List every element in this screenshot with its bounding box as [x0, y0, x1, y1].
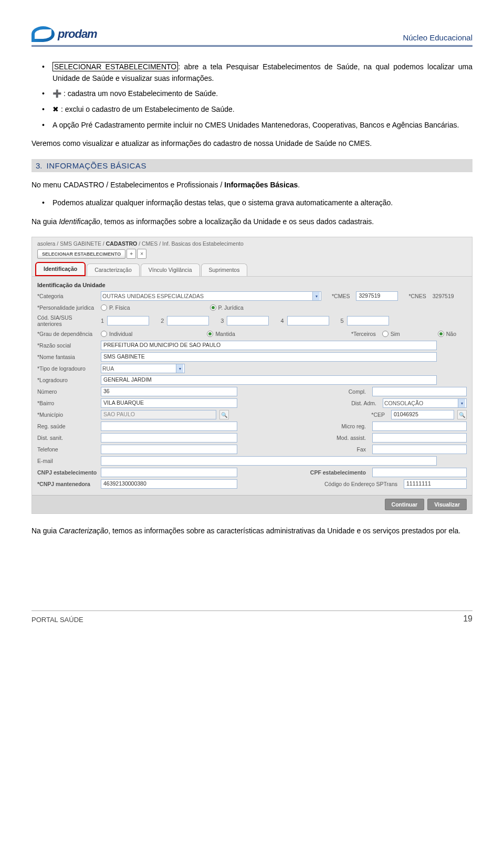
boxed-term: SELECIONAR ESTABELECIMENTO	[52, 62, 178, 71]
select-categoria[interactable]: OUTRAS UNIDADES ESPECIALIZADAS ▾	[101, 291, 321, 301]
input-regsaude[interactable]	[101, 422, 237, 431]
label-regsaude: Reg. saúde	[37, 423, 98, 429]
radio-label: P. Física	[109, 304, 130, 311]
txt: No menu CADASTRO /	[32, 181, 110, 189]
input-cep[interactable]: 01046925	[391, 410, 454, 419]
tab-vinculo[interactable]: Vínculo Vigilância	[141, 264, 200, 276]
input-modassist[interactable]	[372, 433, 467, 443]
section-bullet: Podemos atualizar qualquer informação de…	[37, 197, 472, 209]
italic-term: Caracterização	[59, 526, 108, 535]
italic-term: Identificação	[59, 217, 100, 226]
input-logradouro[interactable]: GENERAL JARDIM	[101, 375, 437, 385]
input-numero[interactable]: 36	[101, 387, 237, 396]
input-email[interactable]	[101, 456, 437, 466]
label-distadm: Dist. Adm.	[344, 400, 380, 406]
label-municipio: Município	[37, 412, 98, 418]
bullet-text: : cadastra um novo Estabelecimento de Sa…	[61, 89, 218, 98]
radio-sim[interactable]: Sim	[382, 331, 400, 337]
input-distsanit[interactable]	[101, 433, 237, 443]
add-icon-button[interactable]: +	[127, 249, 136, 259]
input-razao[interactable]: PREFEITURA DO MUNICIPIO DE SAO PAULO	[101, 341, 437, 350]
label-modassist: Mod. assist.	[329, 435, 369, 441]
radio-nao[interactable]: Não	[438, 331, 456, 337]
section-number: 3.	[36, 161, 43, 170]
app-screenshot: asolera / SMS GABINETE / CADASTRO / CMES…	[32, 237, 472, 514]
bold-term: Informações Básicas	[224, 181, 298, 189]
input-microreg[interactable]	[372, 422, 467, 431]
paragraph-text: Veremos como visualizar e atualizar as i…	[32, 138, 472, 150]
radio-icon	[210, 304, 216, 311]
footer-left: PORTAL SAÚDE	[32, 616, 83, 624]
input-telefone[interactable]	[101, 445, 237, 454]
label-cnes: *CNES	[401, 293, 429, 299]
radio-mantida[interactable]: Mantida	[207, 331, 235, 337]
input-cnpj-mant[interactable]: 46392130000380	[101, 479, 237, 489]
delete-icon-button[interactable]: ×	[137, 249, 146, 259]
bullet-exclui: ✖ : exclui o cadastro de um Estabelecime…	[37, 104, 472, 115]
sia-num: 3	[220, 318, 224, 324]
label-terceiros: *Terceiros	[344, 331, 379, 337]
bullet-precadastro: A opção Pré Cadastramento permite inclui…	[37, 120, 472, 131]
label-grau: Grau de dependência	[37, 331, 98, 337]
input-sia2[interactable]	[167, 316, 209, 325]
brand-logo-text: prodam	[58, 27, 97, 41]
search-icon[interactable]: 🔍	[457, 410, 467, 419]
label-cep: *CEP	[364, 412, 388, 418]
label-cpf-estab: CPF estabelecimento	[303, 469, 369, 476]
input-cmes[interactable]: 3297519	[356, 291, 398, 301]
label-razao: Razão social	[37, 342, 98, 349]
tab-suprimentos[interactable]: Suprimentos	[201, 264, 248, 276]
input-compl[interactable]	[372, 387, 467, 396]
label-bairro: Bairro	[37, 400, 98, 406]
crumb-active: CADASTRO	[106, 240, 138, 247]
txt: .	[298, 181, 300, 189]
label-cmes: *CMES	[324, 293, 353, 299]
search-icon[interactable]: 🔍	[219, 410, 229, 419]
continuar-button[interactable]: Continuar	[385, 499, 425, 510]
label-codsia: Cód. SIA/SUS anteriores	[37, 314, 98, 327]
tab-caracterizacao[interactable]: Caracterização	[87, 264, 140, 276]
label-fax: Fax	[349, 446, 369, 452]
sia-num: 5	[341, 318, 344, 324]
radio-pfisica[interactable]: P. Física	[101, 304, 130, 311]
input-municipio[interactable]: SAO PAULO	[101, 410, 216, 419]
bullet-text: Podemos atualizar qualquer informação de…	[52, 198, 393, 207]
input-cpf-estab[interactable]	[372, 468, 467, 477]
page-header: prodam Núcleo Educacional	[32, 26, 472, 47]
input-fax[interactable]	[372, 445, 467, 454]
x-icon: ✖	[52, 105, 59, 113]
radio-individual[interactable]: Individual	[101, 331, 132, 337]
select-establishment-button[interactable]: SELECIONAR ESTABELECIMENTO	[37, 249, 125, 259]
visualizar-button[interactable]: Visualizar	[427, 499, 467, 510]
label-personalidade: Personalidade jurídica	[37, 304, 98, 311]
radio-icon	[101, 304, 107, 311]
section-title: INFORMAÇÕES BÁSICAS	[47, 161, 146, 170]
toolbar: SELECIONAR ESTABELECIMENTO + ×	[37, 249, 467, 259]
select-distadm[interactable]: CONSOLAÇÃO ▾	[383, 398, 467, 408]
form-action-bar: Continuar Visualizar	[32, 495, 472, 513]
input-sia1[interactable]	[107, 316, 149, 325]
input-cnpj-estab[interactable]	[101, 468, 237, 477]
select-tipolog[interactable]: RUA ▾	[101, 364, 185, 373]
input-bairro[interactable]: VILA BUARQUE	[101, 398, 237, 408]
input-sia4[interactable]	[287, 316, 329, 325]
txt: , temos as informações sobre as caracter…	[108, 526, 460, 535]
chevron-down-icon: ▾	[176, 364, 183, 373]
select-value: RUA	[102, 365, 173, 372]
label-logradouro: Logradouro	[37, 377, 98, 383]
txt: Estabelecimentos e Profissionais /	[110, 181, 224, 189]
input-fantasia[interactable]: SMS GABINETE	[101, 352, 437, 362]
input-cod-end-sp[interactable]: 11111111	[404, 479, 467, 489]
select-value: OUTRAS UNIDADES ESPECIALIZADAS	[102, 293, 309, 299]
bullet-text: : exclui o cadastro de um Estabeleciment…	[59, 105, 235, 113]
radio-pjuridica[interactable]: P. Jurídica	[210, 304, 244, 311]
radio-label: Individual	[109, 331, 132, 337]
label-compl: Compl.	[341, 388, 369, 395]
select-value: CONSOLAÇÃO	[384, 400, 455, 406]
header-title: Núcleo Educacional	[403, 33, 472, 42]
input-sia3[interactable]	[227, 316, 269, 325]
tab-identificacao[interactable]: Identificação	[35, 262, 86, 276]
radio-label: P. Jurídica	[218, 304, 244, 311]
input-sia5[interactable]	[347, 316, 389, 325]
radio-icon	[438, 331, 444, 337]
